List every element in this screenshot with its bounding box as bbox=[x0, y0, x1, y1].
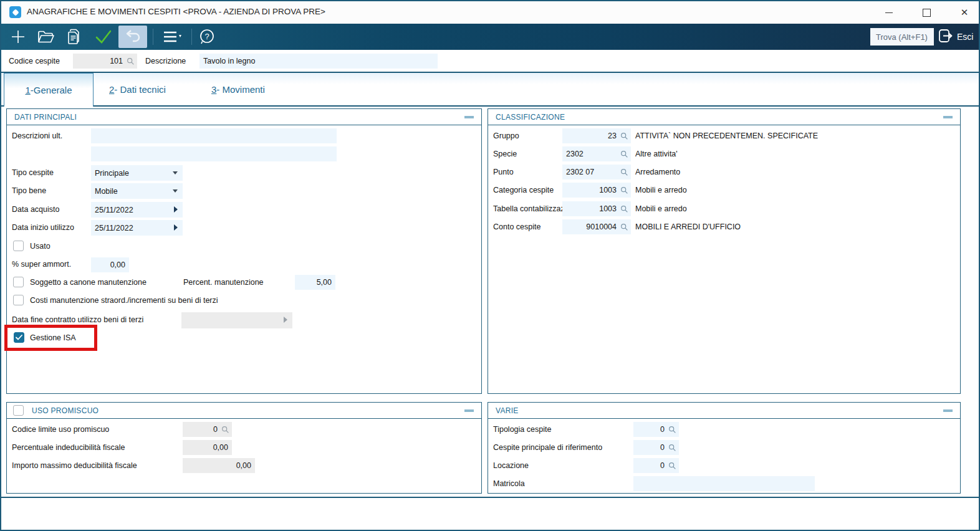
panel-varie: VARIE Tipologia cespite 0 Cespite princi… bbox=[488, 402, 961, 494]
toolbar-separator bbox=[153, 29, 153, 45]
confirm-button[interactable] bbox=[92, 26, 115, 48]
panel-title: VARIE bbox=[496, 406, 519, 415]
chevron-down-icon bbox=[173, 189, 178, 193]
minimize-button[interactable] bbox=[878, 4, 900, 21]
new-button[interactable] bbox=[7, 26, 29, 48]
open-button[interactable] bbox=[35, 26, 57, 48]
date-picker-arrow-icon bbox=[284, 317, 287, 323]
collapse-icon[interactable] bbox=[943, 409, 953, 412]
categoria-cespite-field[interactable]: 1003 bbox=[562, 183, 631, 198]
folder-icon bbox=[37, 30, 55, 44]
tipo-bene-select[interactable]: Mobile bbox=[91, 183, 183, 199]
usato-checkbox[interactable] bbox=[13, 241, 24, 251]
search-icon[interactable] bbox=[620, 132, 628, 140]
collapse-icon[interactable] bbox=[464, 409, 474, 412]
close-button[interactable]: ✕ bbox=[954, 4, 975, 21]
toolbar: ? Trova (Alt+F1) Esci bbox=[1, 24, 979, 50]
panel-title: CLASSIFICAZIONE bbox=[496, 113, 565, 122]
copy-button[interactable] bbox=[64, 26, 86, 48]
search-icon[interactable] bbox=[668, 462, 676, 470]
panel-header: USO PROMISCUO bbox=[7, 403, 481, 419]
collapse-icon[interactable] bbox=[464, 116, 474, 118]
tipologia-cespite-label: Tipologia cespite bbox=[493, 425, 551, 434]
specie-field[interactable]: 2302 bbox=[562, 146, 631, 161]
costi-manutenzione-checkbox[interactable] bbox=[13, 295, 24, 305]
descrizione-label: Descrizione bbox=[145, 57, 186, 65]
date-picker-arrow-icon[interactable] bbox=[174, 224, 178, 231]
cespite-principale-field[interactable]: 0 bbox=[633, 440, 679, 455]
exit-icon bbox=[938, 28, 953, 45]
search-icon[interactable] bbox=[620, 186, 628, 194]
tabella-contabilizzaz-field[interactable]: 1003 bbox=[562, 201, 631, 216]
cespite-principale-label: Cespite principale di riferimento bbox=[493, 443, 602, 452]
document-icon bbox=[68, 29, 82, 45]
codice-cespite-field[interactable]: 101 bbox=[73, 54, 137, 69]
descrizioni-ult-field-1[interactable] bbox=[91, 128, 337, 143]
gruppo-field[interactable]: 23 bbox=[562, 128, 631, 143]
tipologia-cespite-field[interactable]: 0 bbox=[633, 422, 679, 437]
locazione-field[interactable]: 0 bbox=[633, 458, 679, 473]
matricola-field[interactable] bbox=[633, 476, 815, 491]
record-header-row: Codice cespite 101 Descrizione Tavolo in… bbox=[1, 50, 979, 73]
panel-header: CLASSIFICAZIONE bbox=[488, 109, 960, 125]
codice-cespite-label: Codice cespite bbox=[9, 57, 60, 65]
usato-label: Usato bbox=[30, 242, 50, 251]
tipo-cespite-label: Tipo cespite bbox=[12, 168, 54, 177]
uso-promiscuo-checkbox[interactable] bbox=[13, 405, 24, 416]
locazione-label: Locazione bbox=[493, 461, 529, 470]
toolbar-separator bbox=[191, 29, 192, 45]
collapse-icon[interactable] bbox=[943, 116, 953, 118]
tab-generale[interactable]: 1 -Generale bbox=[4, 73, 94, 107]
panel-title: USO PROMISCUO bbox=[32, 406, 98, 415]
menu-button[interactable] bbox=[158, 26, 187, 48]
descrizioni-ult-field-2[interactable] bbox=[91, 146, 337, 161]
search-icon[interactable] bbox=[620, 223, 628, 231]
importo-massimo-label: Importo massimo deducibilità fiscale bbox=[12, 461, 137, 470]
panel-uso-promiscuo: USO PROMISCUO Codice limite uso promiscu… bbox=[6, 402, 482, 494]
search-icon[interactable] bbox=[668, 426, 676, 434]
categoria-cespite-label: Categoria cespite bbox=[493, 186, 554, 194]
panel-header: VARIE bbox=[488, 403, 960, 419]
undo-button[interactable] bbox=[118, 26, 147, 48]
conto-cespite-field[interactable]: 9010004 bbox=[562, 219, 631, 234]
panel-title: DATI PRINCIPALI bbox=[14, 113, 77, 122]
soggetto-canone-checkbox[interactable] bbox=[13, 277, 24, 287]
specie-desc: Altre attivita' bbox=[635, 150, 678, 158]
punto-field[interactable]: 2302 07 bbox=[562, 165, 631, 179]
search-icon bbox=[221, 426, 229, 434]
percent-manutenzione-field[interactable]: 5,00 bbox=[295, 275, 335, 290]
esci-button[interactable]: Esci bbox=[938, 27, 973, 46]
app-icon bbox=[9, 6, 21, 18]
tab-dati-tecnici[interactable]: 2 - Dati tecnici bbox=[109, 73, 166, 105]
descrizione-field[interactable]: Tavolo in legno bbox=[199, 54, 438, 69]
data-acquisto-field[interactable]: 25/11/2022 bbox=[91, 202, 183, 218]
search-icon[interactable] bbox=[668, 444, 676, 452]
costi-manutenzione-label: Costi manutenzione straord./incrementi s… bbox=[30, 296, 218, 305]
codice-limite-field: 0 bbox=[183, 422, 232, 437]
title-bar: ANAGRAFICHE E MOVIMENTI CESPITI <PROVA -… bbox=[1, 1, 979, 24]
check-icon bbox=[95, 29, 112, 44]
search-icon[interactable] bbox=[620, 150, 628, 158]
codice-limite-label: Codice limite uso promiscuo bbox=[12, 425, 109, 434]
help-button[interactable]: ? bbox=[196, 26, 218, 48]
super-ammort-field[interactable]: 0,00 bbox=[91, 257, 129, 272]
highlight-rectangle bbox=[4, 325, 97, 351]
conto-cespite-label: Conto cespite bbox=[493, 222, 540, 231]
conto-cespite-desc: MOBILI E ARREDI D'UFFICIO bbox=[635, 222, 741, 231]
maximize-button[interactable] bbox=[916, 4, 937, 21]
search-icon[interactable] bbox=[620, 205, 628, 213]
data-inizio-utilizzo-field[interactable]: 25/11/2022 bbox=[91, 220, 183, 236]
tipo-cespite-select[interactable]: Principale bbox=[91, 165, 183, 181]
gruppo-label: Gruppo bbox=[493, 132, 519, 140]
tab-movimenti[interactable]: 3 - Movimenti bbox=[211, 73, 265, 105]
categoria-cespite-desc: Mobili e arredo bbox=[635, 186, 687, 194]
panel-dati-principali: DATI PRINCIPALI Descrizioni ult. Tipo ce… bbox=[6, 108, 482, 394]
date-picker-arrow-icon[interactable] bbox=[174, 206, 178, 213]
search-icon[interactable] bbox=[620, 168, 628, 176]
search-icon[interactable] bbox=[127, 57, 135, 65]
trova-search-box[interactable]: Trova (Alt+F1) bbox=[870, 28, 934, 45]
data-acquisto-label: Data acquisto bbox=[12, 205, 59, 214]
tab-strip: 1 -Generale 2 - Dati tecnici 3 - Movimen… bbox=[1, 73, 979, 105]
hamburger-menu-icon bbox=[162, 30, 183, 44]
specie-label: Specie bbox=[493, 150, 517, 158]
